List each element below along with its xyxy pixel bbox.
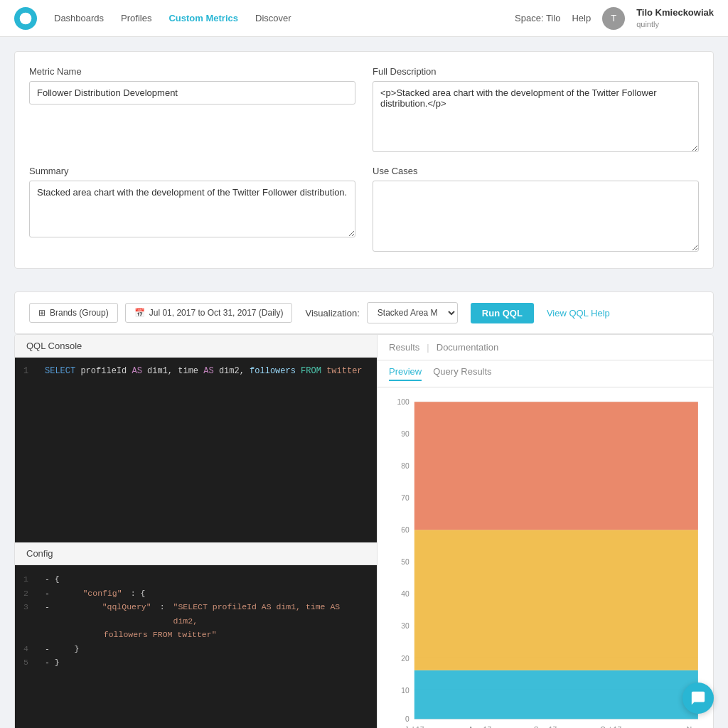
navbar: Dashboards Profiles Custom Metrics Disco… — [0, 0, 728, 37]
full-desc-group: Full Description <p>Stacked area chart w… — [373, 66, 699, 154]
vis-label: Visualization: — [305, 308, 359, 318]
qql-console-header: QQL Console — [15, 335, 377, 358]
svg-text:100: 100 — [397, 398, 410, 406]
date-label: Jul 01, 2017 to Oct 31, 2017 (Daily) — [149, 308, 284, 318]
svg-text:10: 10 — [401, 687, 410, 695]
metric-name-input[interactable] — [29, 81, 355, 105]
code-line-1: 1 SELECT profileId AS dim1, time AS dim2… — [23, 365, 368, 378]
svg-text:60: 60 — [401, 526, 410, 534]
config-line-3: 3 - "qqlQuery": "SELECT profileId AS dim… — [23, 600, 368, 628]
config-line-5: 5 - } — [23, 655, 368, 670]
summary-label: Summary — [29, 166, 355, 176]
svg-marker-25 — [414, 402, 698, 530]
nav-help[interactable]: Help — [572, 13, 591, 23]
full-desc-label: Full Description — [373, 66, 699, 77]
toolbar: ⊞ Brands (Group) 📅 Jul 01, 2017 to Oct 3… — [14, 291, 714, 334]
metric-card: Metric Name Full Description <p>Stacked … — [14, 51, 714, 269]
svg-marker-23 — [414, 670, 698, 719]
svg-text:90: 90 — [401, 430, 410, 438]
line-num-1: 1 — [23, 365, 36, 378]
qql-section: QQL Console 1 SELECT profileId AS dim1, … — [15, 335, 378, 728]
chart-container: 100 90 80 70 60 50 40 30 20 10 0 — [378, 387, 713, 728]
nav-space[interactable]: Space: Tilo — [515, 13, 560, 23]
view-help-link[interactable]: View QQL Help — [547, 308, 610, 318]
use-cases-group: Use Cases — [373, 166, 699, 254]
svg-text:70: 70 — [401, 494, 410, 502]
config-header: Config — [15, 542, 377, 565]
stacked-area-chart: 100 90 80 70 60 50 40 30 20 10 0 — [389, 395, 702, 728]
vis-select[interactable]: Stacked Area M — [367, 302, 458, 323]
console-results-panel: QQL Console 1 SELECT profileId AS dim1, … — [14, 334, 714, 728]
user-subname: quintly — [636, 19, 714, 29]
metric-form: Metric Name Full Description <p>Stacked … — [29, 66, 699, 254]
use-cases-textarea[interactable] — [373, 181, 699, 252]
svg-text:30: 30 — [401, 622, 410, 630]
chat-bubble[interactable] — [682, 682, 714, 714]
svg-text:0: 0 — [405, 715, 410, 723]
nav-profiles[interactable]: Profiles — [121, 10, 151, 26]
summary-group: Summary Stacked area chart with the deve… — [29, 166, 355, 254]
tab-results[interactable]: Results — [389, 341, 419, 354]
app-logo[interactable] — [14, 7, 37, 30]
brands-button[interactable]: ⊞ Brands (Group) — [29, 303, 118, 323]
username: Tilo Kmieckowiak — [636, 7, 714, 19]
metric-name-group: Metric Name — [29, 66, 355, 154]
config-line-2: 2 - "config": { — [23, 587, 368, 601]
brands-icon: ⊞ — [38, 308, 46, 318]
use-cases-label: Use Cases — [373, 166, 699, 176]
config-editor[interactable]: 1 - { 2 - "config": { 3 - "qqlQuery": "S… — [15, 565, 377, 728]
metric-name-label: Metric Name — [29, 66, 355, 77]
date-button[interactable]: 📅 Jul 01, 2017 to Oct 31, 2017 (Daily) — [125, 303, 293, 323]
svg-point-0 — [20, 12, 32, 24]
svg-text:20: 20 — [401, 655, 410, 663]
svg-text:80: 80 — [401, 462, 410, 470]
nav-discover[interactable]: Discover — [255, 10, 291, 26]
preview-tabs: Preview Query Results — [378, 360, 713, 387]
nav-custom-metrics[interactable]: Custom Metrics — [168, 10, 238, 26]
config-line-1: 1 - { — [23, 572, 368, 587]
results-section: Results | Documentation Preview Query Re… — [378, 335, 713, 728]
nav-right: Space: Tilo Help T Tilo Kmieckowiak quin… — [515, 7, 714, 30]
summary-textarea[interactable]: Stacked area chart with the development … — [29, 181, 355, 237]
svg-marker-24 — [414, 530, 698, 670]
run-qql-button[interactable]: Run QQL — [471, 303, 534, 323]
brands-label: Brands (Group) — [50, 308, 109, 318]
config-line-4: 4 - } — [23, 642, 368, 656]
user-info: Tilo Kmieckowiak quintly — [636, 7, 714, 29]
avatar[interactable]: T — [602, 7, 625, 30]
code-select: SELECT — [45, 366, 75, 376]
tab-documentation[interactable]: Documentation — [437, 341, 498, 354]
full-desc-textarea[interactable]: <p>Stacked area chart with the developme… — [373, 81, 699, 152]
qql-editor[interactable]: 1 SELECT profileId AS dim1, time AS dim2… — [15, 358, 377, 542]
nav-dashboards[interactable]: Dashboards — [54, 10, 104, 26]
results-tabs-bar: Results | Documentation — [378, 335, 713, 360]
nav-links: Dashboards Profiles Custom Metrics Disco… — [54, 10, 515, 26]
config-line-3b: followers FROM twitter" — [23, 628, 368, 642]
calendar-icon: 📅 — [134, 308, 145, 318]
svg-text:50: 50 — [401, 558, 410, 566]
tab-query-results[interactable]: Query Results — [433, 366, 491, 381]
tab-preview[interactable]: Preview — [389, 366, 422, 381]
svg-text:40: 40 — [401, 590, 410, 598]
